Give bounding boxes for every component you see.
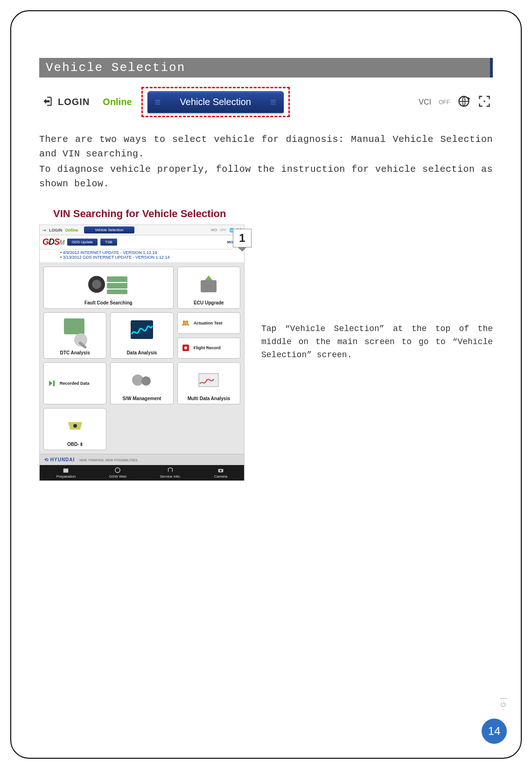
ss-login-icon[interactable]: ⇥ xyxy=(42,228,46,233)
tile-label: ECU Upgrade xyxy=(194,300,224,305)
ss-header: GDSM GDS Update TSB MORE ▸ xyxy=(40,235,244,249)
svg-rect-5 xyxy=(107,283,127,289)
intro-paragraph-2: To diagnose vehicle properly, follow the… xyxy=(39,162,493,191)
ss-topbar: ⇥ LOGIN Online Vehicle Selection VCI OFF… xyxy=(40,225,244,235)
tile-dtc-analysis[interactable]: DTC Analysis xyxy=(43,312,106,359)
ss-vci-label: VCI xyxy=(211,228,217,232)
obd-icon xyxy=(47,411,103,440)
svg-point-3 xyxy=(92,280,101,289)
page-number: 14 xyxy=(482,719,507,744)
gds-logo: GDSM xyxy=(42,237,64,247)
side-label: G | xyxy=(499,697,507,707)
brand-tagline: NEW THINKING. NEW POSSIBILITIES. xyxy=(79,459,138,462)
svg-rect-8 xyxy=(64,318,84,334)
tile-label: S/W Management xyxy=(123,396,161,401)
tile-label: Fault Code Searching xyxy=(84,300,133,305)
tile-label: Multi Data Analysis xyxy=(188,396,230,401)
svg-point-20 xyxy=(115,468,120,473)
svg-point-16 xyxy=(141,376,151,386)
subheading: VIN Searching for Vehicle Selection xyxy=(53,208,493,220)
svg-point-22 xyxy=(220,470,222,472)
nav-gsw-web[interactable]: GSW Web xyxy=(109,467,127,479)
nav-service-info[interactable]: Service Info. xyxy=(160,467,181,479)
globe-icon[interactable] xyxy=(457,95,470,110)
actuation-icon xyxy=(181,318,191,328)
tab-tsb[interactable]: TSB xyxy=(100,239,117,246)
highlight-box: Vehicle Selection xyxy=(141,87,290,117)
toolbar: LOGIN Online Vehicle Selection VCI OFF xyxy=(39,84,493,120)
ss-vci-status: OFF xyxy=(220,228,226,232)
step-badge: 1 xyxy=(233,229,252,247)
tile-label: OBD- Ⅱ xyxy=(67,442,83,447)
nav-label: Preparation xyxy=(56,474,76,479)
svg-rect-19 xyxy=(63,469,69,473)
flight-record-icon xyxy=(181,343,191,353)
tile-label: Data Analysis xyxy=(126,350,157,355)
step-instruction: Tap “Vehicle Selection” at the top of th… xyxy=(261,225,493,362)
ss-online-label: Online xyxy=(65,228,78,233)
nav-camera[interactable]: Camera xyxy=(214,467,227,479)
svg-rect-7 xyxy=(201,280,217,292)
vehicle-selection-button[interactable]: Vehicle Selection xyxy=(147,91,284,113)
multi-data-icon xyxy=(181,366,237,394)
svg-rect-14 xyxy=(53,381,55,386)
tile-data-analysis[interactable]: Data Analysis xyxy=(110,312,173,359)
update-line-2: • 3/13/2012 GDS INTERNET UPDATE - VERSIO… xyxy=(60,255,240,260)
tile-label: Flight Record xyxy=(194,346,221,350)
update-notices: • 4/9/2012 INTERNET UPDATE - VERSION 1.1… xyxy=(40,249,244,263)
tile-recorded-data[interactable]: Recorded Data xyxy=(43,362,106,404)
login-label: LOGIN xyxy=(58,97,90,107)
tab-gds-update[interactable]: GDS Update xyxy=(67,239,98,246)
gears-icon xyxy=(113,366,170,394)
nav-preparation[interactable]: Preparation xyxy=(56,467,76,479)
ecu-icon xyxy=(181,270,237,298)
login-icon xyxy=(41,95,53,109)
main-tile-grid: Fault Code Searching ECU Upgrade DTC Ana… xyxy=(40,263,244,454)
dtc-icon xyxy=(47,316,103,348)
svg-rect-6 xyxy=(107,289,127,294)
online-status: Online xyxy=(103,97,132,107)
tile-fault-code-searching[interactable]: Fault Code Searching xyxy=(43,267,174,309)
recorded-data-icon xyxy=(47,379,57,388)
intro-paragraph-1: There are two ways to select vehicle for… xyxy=(39,132,493,161)
svg-point-1 xyxy=(483,100,485,102)
ss-vehicle-selection-button[interactable]: Vehicle Selection xyxy=(84,226,135,233)
bottom-nav: Preparation GSW Web Service Info. Camera xyxy=(40,465,244,480)
tile-ecu-upgrade[interactable]: ECU Upgrade xyxy=(177,267,240,309)
tile-flight-record[interactable]: Flight Record xyxy=(177,338,240,359)
svg-rect-17 xyxy=(199,374,218,387)
brand-bar: ⟲ HYUNDAI NEW THINKING. NEW POSSIBILITIE… xyxy=(40,454,244,465)
ss-login-label[interactable]: LOGIN xyxy=(49,228,63,233)
tile-sw-management[interactable]: S/W Management xyxy=(110,362,173,404)
login-button[interactable]: LOGIN xyxy=(41,95,90,109)
section-header: Vehicle Selection xyxy=(39,58,493,78)
tile-label: DTC Analysis xyxy=(60,350,90,355)
tile-obd2[interactable]: OBD- Ⅱ xyxy=(43,408,106,450)
svg-point-18 xyxy=(73,424,77,428)
tire-codes-icon xyxy=(47,270,170,298)
app-screenshot: 1 ⇥ LOGIN Online Vehicle Selection VCI O… xyxy=(39,225,245,481)
vci-status: OFF xyxy=(439,99,450,106)
svg-rect-4 xyxy=(107,276,127,282)
svg-point-13 xyxy=(184,346,187,349)
fullscreen-icon[interactable] xyxy=(478,95,491,110)
page-frame: Vehicle Selection LOGIN Online Vehicle S… xyxy=(10,10,522,759)
nav-label: GSW Web xyxy=(109,474,127,479)
update-line-1: • 4/9/2012 INTERNET UPDATE - VERSION 1.1… xyxy=(60,250,240,255)
data-analysis-icon xyxy=(113,316,170,348)
tile-label: Recorded Data xyxy=(60,381,90,386)
brand-name: HYUNDAI xyxy=(50,457,75,462)
tile-multi-data-analysis[interactable]: Multi Data Analysis xyxy=(177,362,240,404)
tile-actuation-test[interactable]: Actuation Test xyxy=(177,312,240,334)
toolbar-right: VCI OFF xyxy=(419,95,491,110)
nav-label: Camera xyxy=(214,474,227,479)
tile-label: Actuation Test xyxy=(194,321,223,325)
vci-label: VCI xyxy=(419,98,431,106)
nav-label: Service Info. xyxy=(160,474,181,479)
